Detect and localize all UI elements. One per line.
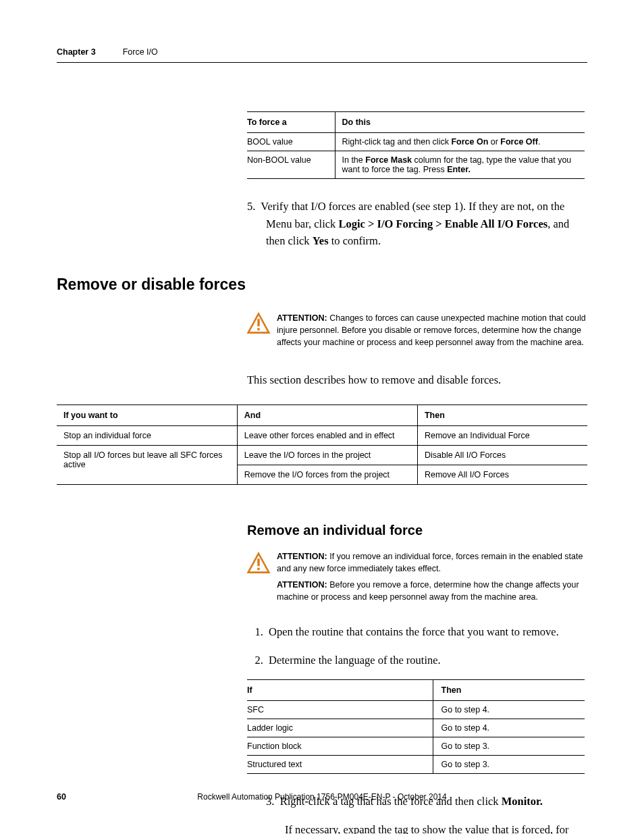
svg-rect-5 <box>257 567 259 569</box>
subsection-heading: Remove an individual force <box>247 523 587 538</box>
th-do-this: Do this <box>335 112 585 133</box>
th-to-force-a: To force a <box>247 112 335 133</box>
table-row: Stop an individual force Leave other for… <box>57 425 587 445</box>
table-row: Stop all I/O forces but leave all SFC fo… <box>57 445 587 465</box>
language-table: If Then SFCGo to step 4. Ladder logicGo … <box>247 679 585 774</box>
footer-text: Rockwell Automation Publication 1756-PM0… <box>0 792 644 802</box>
attention-icon <box>247 552 270 575</box>
attention-body: ATTENTION: If you remove an individual f… <box>277 550 587 608</box>
section-intro: This section describes how to remove and… <box>247 373 587 387</box>
chapter-title: Force I/O <box>123 47 158 57</box>
step-3-follow: If necessary, expand the tag to show the… <box>285 821 587 834</box>
step-2: Determine the language of the routine. <box>266 652 587 669</box>
steps-list: Open the routine that contains the force… <box>247 623 587 669</box>
svg-rect-1 <box>257 319 259 326</box>
table-row: Ladder logicGo to step 4. <box>247 719 585 737</box>
table-row: Non-BOOL value In the Force Mask column … <box>247 151 585 179</box>
table-row: SFCGo to step 4. <box>247 701 585 719</box>
table-row: Structured textGo to step 3. <box>247 756 585 774</box>
step-1: Open the routine that contains the force… <box>266 623 587 641</box>
attention-body: ATTENTION: Changes to forces can cause u… <box>277 312 587 353</box>
svg-rect-2 <box>257 328 259 330</box>
section-heading: Remove or disable forces <box>57 276 255 293</box>
running-header: Chapter 3 Force I/O <box>57 47 587 63</box>
force-action-table: To force a Do this BOOL value Right-clic… <box>247 111 585 179</box>
attention-icon <box>247 312 270 335</box>
table-row: Function blockGo to step 3. <box>247 737 585 756</box>
svg-rect-4 <box>257 558 259 566</box>
table-row: BOOL value Right-click tag and then clic… <box>247 133 585 151</box>
chapter-label: Chapter 3 <box>57 47 96 57</box>
remove-disable-table: If you want to And Then Stop an individu… <box>57 405 587 485</box>
step-5: 5. Verify that I/O forces are enabled (s… <box>247 198 587 250</box>
